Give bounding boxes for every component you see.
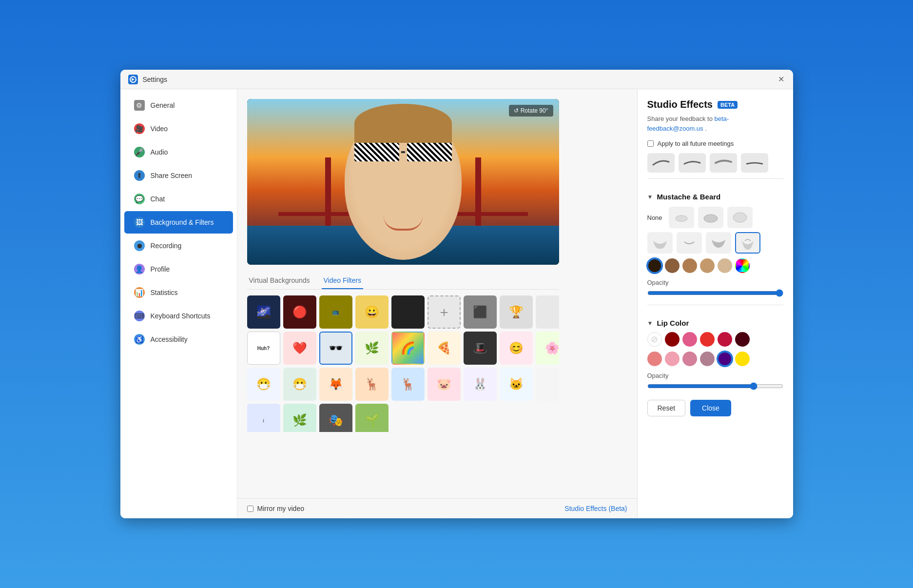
lip-opacity-slider[interactable] xyxy=(647,382,783,390)
filter-item[interactable]: 🦌 xyxy=(355,368,389,401)
mustache-beard-header[interactable]: ▼ Mustache & Beard xyxy=(647,193,783,201)
filter-item[interactable]: 🍕 xyxy=(427,332,461,365)
brow-swatch-3[interactable] xyxy=(710,153,737,173)
beard-swatch-3[interactable] xyxy=(647,232,673,254)
mustache-beard-label: Mustache & Beard xyxy=(657,193,720,201)
tab-virtual-backgrounds[interactable]: Virtual Backgrounds xyxy=(247,273,312,289)
sidebar-item-general[interactable]: ⚙ General xyxy=(124,94,233,117)
beard-swatch-1[interactable] xyxy=(698,207,723,228)
filter-item[interactable]: 🌸 xyxy=(536,332,559,365)
beard-swatch-none[interactable] xyxy=(669,207,694,228)
lip-color-label: Lip Color xyxy=(657,319,689,327)
tab-video-filters[interactable]: Video Filters xyxy=(322,273,364,289)
filter-item[interactable]: 😷 xyxy=(247,368,280,401)
apply-all-checkbox[interactable] xyxy=(647,140,654,147)
filter-item[interactable]: 🦌 xyxy=(391,368,425,401)
beard-swatch-4[interactable] xyxy=(677,232,702,254)
sidebar-item-profile[interactable]: 👤 Profile xyxy=(124,258,233,280)
beard-color-rainbow[interactable] xyxy=(735,258,750,273)
close-button[interactable]: ✕ xyxy=(777,76,785,83)
lip-color-medium-pink[interactable] xyxy=(682,352,697,366)
lip-color-crimson[interactable] xyxy=(718,332,732,347)
filter-item-selected[interactable]: 🕶️ xyxy=(319,332,352,365)
lip-color-header[interactable]: ▼ Lip Color xyxy=(647,319,783,327)
filter-item[interactable]: 😷 xyxy=(283,368,316,401)
beard-color-medium-brown[interactable] xyxy=(665,258,680,273)
beard-swatch-selected[interactable] xyxy=(735,232,760,254)
brow-swatch-4[interactable] xyxy=(741,153,768,173)
sidebar-item-recording[interactable]: ⏺ Recording xyxy=(124,235,233,257)
filter-item[interactable]: 🐷 xyxy=(427,368,461,401)
filter-item[interactable]: ❤️ xyxy=(283,332,316,365)
panel-feedback: Share your feedback to beta-feedback@zoo… xyxy=(647,114,783,133)
titlebar: Settings ✕ xyxy=(120,70,793,89)
brow-swatch-2[interactable] xyxy=(679,153,706,173)
lip-opacity-row: Opacity xyxy=(647,372,783,392)
lip-color-dark-red[interactable] xyxy=(665,332,680,347)
filter-item[interactable]: 🌌 xyxy=(247,295,280,329)
statistics-icon: 📊 xyxy=(134,287,145,298)
beard-swatch-2[interactable] xyxy=(727,207,753,228)
filter-item[interactable]: 🌈 xyxy=(391,332,425,365)
filter-item[interactable]: 🦊 xyxy=(319,368,352,401)
sidebar-item-accessibility[interactable]: ♿ Accessibility xyxy=(124,328,233,351)
filter-item[interactable]: 🐱 xyxy=(500,368,533,401)
sidebar-item-chat[interactable]: 💬 Chat xyxy=(124,188,233,210)
filter-item[interactable]: 🏆 xyxy=(500,295,533,329)
filter-item[interactable]: 🐰 xyxy=(464,368,497,401)
beard-color-dark-brown[interactable] xyxy=(647,258,662,273)
studio-effects-title: Studio Effects xyxy=(647,99,713,110)
rotate-button[interactable]: ↺ Rotate 90° xyxy=(509,105,553,117)
lip-color-red[interactable] xyxy=(700,332,715,347)
brow-swatch-1[interactable] xyxy=(647,153,675,173)
filter-add-button[interactable]: ＋ xyxy=(427,295,461,329)
sidebar-label-video: Video xyxy=(151,125,168,133)
filter-item[interactable]: 🌿 xyxy=(355,332,389,365)
filter-item[interactable] xyxy=(536,368,559,401)
sidebar-item-share-screen[interactable]: ⬆ Share Screen xyxy=(124,164,233,187)
filter-item[interactable]: 🎭 xyxy=(319,404,352,432)
filter-item[interactable] xyxy=(391,295,425,329)
studio-effects-panel: Studio Effects BETA Share your feedback … xyxy=(637,89,793,518)
lip-color-none[interactable]: ⊘ xyxy=(647,332,662,347)
filter-item[interactable]: 😀 xyxy=(355,295,389,329)
mirror-video-checkbox[interactable] xyxy=(247,506,253,512)
sidebar-label-keyboard-shortcuts: Keyboard Shortcuts xyxy=(151,312,211,320)
sidebar-item-keyboard-shortcuts[interactable]: ⌨ Keyboard Shortcuts xyxy=(124,305,233,327)
reset-button[interactable]: Reset xyxy=(647,400,686,416)
filter-item[interactable]: 🎩 xyxy=(464,332,497,365)
sidebar-label-share-screen: Share Screen xyxy=(151,172,193,179)
sidebar-item-video[interactable]: 🎥 Video xyxy=(124,118,233,140)
filter-item[interactable]: Huh? xyxy=(247,332,280,365)
profile-icon: 👤 xyxy=(134,264,145,274)
lip-color-purple[interactable] xyxy=(718,352,732,366)
filter-item[interactable]: 🌿 xyxy=(283,404,316,432)
lip-color-maroon[interactable] xyxy=(735,332,750,347)
beard-color-light-brown[interactable] xyxy=(682,258,697,273)
filter-item[interactable]: 😊 xyxy=(500,332,533,365)
sidebar-item-background-filters[interactable]: 🖼 Background & Filters xyxy=(124,211,233,234)
beard-color-tan[interactable] xyxy=(700,258,715,273)
lip-color-pink[interactable] xyxy=(682,332,697,347)
filter-item[interactable]: 📺 xyxy=(319,295,352,329)
beard-color-row xyxy=(647,258,783,273)
filter-item[interactable] xyxy=(536,295,559,329)
studio-effects-link[interactable]: Studio Effects (Beta) xyxy=(564,505,627,512)
lip-color-coral[interactable] xyxy=(647,352,662,366)
filter-item[interactable]: 🌱 xyxy=(355,404,389,432)
close-panel-button[interactable]: Close xyxy=(690,400,731,416)
filter-item[interactable]: 🔴 xyxy=(283,295,316,329)
lip-color-light-pink[interactable] xyxy=(665,352,680,366)
filter-item[interactable]: ⬛ xyxy=(464,295,497,329)
sidebar-item-audio[interactable]: 🎤 Audio xyxy=(124,141,233,163)
background-filters-icon: 🖼 xyxy=(134,217,145,228)
lip-color-yellow[interactable] xyxy=(735,352,750,366)
general-icon: ⚙ xyxy=(134,100,145,111)
mirror-video-label[interactable]: Mirror my video xyxy=(247,505,304,512)
beard-opacity-slider[interactable] xyxy=(647,289,783,297)
beard-color-light-tan[interactable] xyxy=(718,258,732,273)
lip-color-mauve[interactable] xyxy=(700,352,715,366)
sidebar-item-statistics[interactable]: 📊 Statistics xyxy=(124,281,233,304)
filter-item[interactable]: ↕ xyxy=(247,404,280,432)
beard-swatch-5[interactable] xyxy=(706,232,731,254)
